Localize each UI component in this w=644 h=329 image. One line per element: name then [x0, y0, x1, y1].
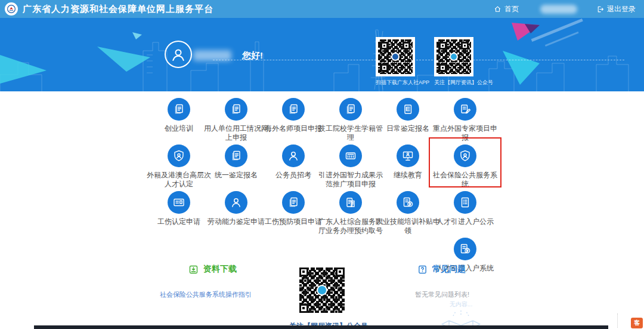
greeting-text: 您好!: [242, 50, 263, 62]
service-item-5[interactable]: 日常鉴定报名: [379, 96, 436, 142]
wechat-qr-caption: 关注【网厅资讯】公众号: [434, 79, 473, 87]
list-doc-icon: [454, 191, 476, 214]
document-edit-icon: [454, 98, 476, 121]
site-title: 广东省人力资源和社会保障单位网上服务平台: [23, 4, 213, 15]
service-item-13[interactable]: 工伤认定申请: [150, 189, 208, 235]
shield-user-icon: [454, 144, 476, 167]
service-item-1[interactable]: 创业培训: [150, 96, 208, 142]
card-icon: [339, 144, 362, 167]
nav-home[interactable]: 首页: [494, 4, 519, 14]
shield-user-icon: [168, 144, 190, 167]
service-item-2[interactable]: 用人单位用工情况网上申报: [208, 96, 265, 142]
user-name-blurred: [193, 50, 231, 61]
download-icon: [188, 265, 199, 275]
service-item-15[interactable]: 工伤预防项目申请: [265, 189, 322, 235]
service-item-16[interactable]: 广东人社综合服务大厅业务办理预约取号: [322, 189, 379, 235]
service-item-label: 重点外国专家项目申报: [431, 124, 499, 142]
user-icon: [282, 144, 305, 167]
faq-empty-text: 暂无常见问题列表!: [410, 290, 512, 299]
wechat-qr-code: 关注【网厅资讯】公众号: [434, 37, 473, 87]
downloads-title: 资料下载: [203, 264, 237, 275]
service-item-label: 人才引进入户公示: [431, 217, 499, 226]
faq-empty-hint: 无内容...: [410, 300, 512, 309]
nav-logout[interactable]: 退出登录: [596, 4, 636, 14]
downloads-section: 资料下载 社会保险公共服务系统操作指引: [160, 264, 273, 299]
service-item-11[interactable]: 继续教育: [379, 142, 436, 189]
faq-section: 常见问题 暂无常见问题列表! 无内容...: [410, 264, 512, 329]
header-bar: 广东省人力资源和社会保障单位网上服务平台 首页 退出登录: [0, 0, 644, 18]
username-blurred: [540, 5, 577, 14]
document-icon: [168, 98, 190, 121]
download-link-social-insurance-guide[interactable]: 社会保险公共服务系统操作指引: [160, 290, 273, 299]
nav-home-label: 首页: [504, 4, 519, 14]
form-icon: [397, 98, 419, 121]
service-item-17[interactable]: 职业技能培训补贴申领: [379, 189, 436, 235]
floating-widget-button[interactable]: 客: [631, 318, 643, 328]
site-emblem-icon: [5, 2, 18, 16]
service-item-18[interactable]: 人才引进入户公示: [436, 189, 494, 235]
avatar: [165, 41, 192, 68]
service-item-14[interactable]: 劳动能力鉴定申请: [208, 189, 265, 235]
ticket-icon: [339, 191, 362, 214]
home-icon: [494, 5, 501, 13]
document-icon: [339, 98, 362, 121]
widget-dotted-line: [617, 313, 618, 328]
question-icon: [417, 265, 428, 275]
document-icon: [225, 98, 247, 121]
money-doc-icon: [397, 191, 419, 214]
service-item-7[interactable]: 外籍及港澳台高层次人才认定: [150, 142, 208, 189]
document-icon: [282, 98, 305, 121]
id-card-icon: [168, 191, 190, 214]
service-item-12[interactable]: 社会保险公共服务系统: [436, 142, 494, 189]
document-icon: [282, 191, 305, 214]
service-item-3[interactable]: 海外名师项目申报: [265, 96, 322, 142]
user-icon: [225, 191, 247, 214]
service-item-9[interactable]: 公务员招考: [265, 142, 322, 189]
nav-logout-label: 退出登录: [607, 4, 636, 14]
service-item-10[interactable]: 引进外国智力成果示范推广项目申报: [322, 142, 379, 189]
faq-title: 常见问题: [432, 264, 466, 275]
wechat-follow-section: 关注【网厅资讯】公众号: [289, 265, 355, 329]
dashed-divider: [213, 60, 624, 60]
service-item-label: 社会保险公共服务系统: [431, 171, 499, 189]
logout-icon: [596, 5, 604, 13]
document-icon: [225, 144, 247, 167]
page: 广东省人力资源和社会保障单位网上服务平台 首页 退出登录: [0, 0, 644, 329]
money-doc-icon: [454, 238, 476, 260]
footer-bar: [34, 325, 608, 329]
service-item-6[interactable]: 重点外国专家项目申报: [436, 96, 494, 142]
decorative-triangles: [0, 18, 644, 91]
services-grid: 创业培训用人单位用工情况网上申报海外名师项目申报技工院校学生学籍管理日常鉴定报名…: [150, 96, 494, 278]
welcome-banner: 您好! 扫描下载广东人社APP 关注【网厅资讯】公众号: [0, 18, 644, 91]
service-item-4[interactable]: 技工院校学生学籍管理: [322, 96, 379, 142]
service-item-8[interactable]: 统一鉴定报名: [208, 142, 265, 189]
app-qr-caption: 扫描下载广东人社APP: [376, 79, 415, 87]
app-qr-code: 扫描下载广东人社APP: [376, 37, 415, 87]
presentation-icon: [397, 144, 419, 167]
wechat-follow-qr-code: [299, 267, 345, 313]
